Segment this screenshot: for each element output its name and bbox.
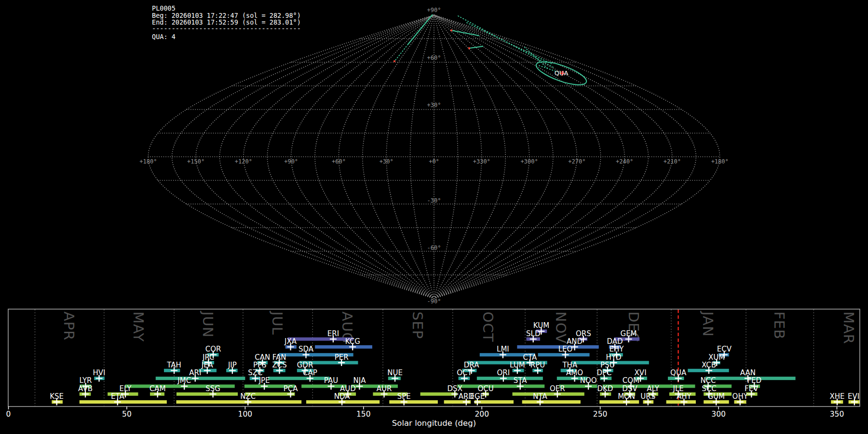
shower-label: ETA <box>111 392 124 401</box>
shower-label: FAN <box>272 353 286 362</box>
month-label: JAN <box>700 311 716 337</box>
x-tick-label: 300 <box>711 410 726 419</box>
shower-bar <box>599 400 639 404</box>
shower-label: STA <box>514 376 528 385</box>
month-label: MAY <box>130 312 147 342</box>
shower-label: KCG <box>345 337 360 346</box>
shower-label: OHY <box>732 392 748 401</box>
x-tick-label: 200 <box>475 410 489 419</box>
meteor-radiant-figure: +180°+150°+120°+90°+60°+30°+0°+330°+300°… <box>0 0 868 434</box>
shower-bar <box>315 345 372 349</box>
map-longitude-label: +300° <box>521 158 538 165</box>
shower-label: MON <box>618 392 635 401</box>
shower-label: ALY <box>647 384 660 393</box>
shower-label: CAN <box>255 353 270 362</box>
shower-label: JEA <box>201 361 214 369</box>
shower-label: DSV <box>622 384 637 393</box>
shower-label: AND <box>567 337 583 346</box>
shower-label: SDA <box>298 345 314 353</box>
shower-label: COM <box>623 376 639 385</box>
shower-label: XVI <box>635 368 647 377</box>
shower-label: AUD <box>340 384 356 393</box>
shower-bar <box>389 400 438 404</box>
shower-label: DAD <box>607 337 623 346</box>
shower-label: AVB <box>78 384 93 393</box>
shower-label: TAH <box>166 361 181 369</box>
shower-label: HYD <box>606 353 622 362</box>
shower-label: ZCS <box>272 361 286 369</box>
month-label: SEP <box>409 312 426 339</box>
radiant-label: QUA <box>555 69 569 77</box>
shower-label: JRC <box>202 353 215 362</box>
shower-label: EVI <box>848 392 859 401</box>
shower-label: CAP <box>303 368 317 377</box>
shower-label: DPC <box>597 368 611 377</box>
shower-label: AUR <box>377 384 392 393</box>
trail-endpoint <box>468 47 470 49</box>
shower-label: QUA <box>670 368 687 377</box>
trail-endpoint <box>450 29 452 31</box>
map-longitude-label: +150° <box>187 158 204 165</box>
meteor-trail <box>469 46 483 48</box>
plate-id: PL0005 <box>152 4 176 12</box>
map-longitude-label: +60° <box>332 158 346 165</box>
shower-label: SSG <box>205 384 220 393</box>
shower-label: OCT <box>457 368 472 377</box>
shower-label: PER <box>335 353 349 362</box>
shower-label: AMO <box>566 368 583 377</box>
shower-bar <box>176 393 238 396</box>
month-label: MAR <box>841 312 857 344</box>
shower-label: JXA <box>284 337 297 346</box>
map-longitude-label: +180° <box>139 158 157 165</box>
map-longitude-label: +30° <box>380 158 393 165</box>
shower-label: LEO <box>558 345 573 353</box>
map-latitude-label: +90° <box>427 7 441 14</box>
shower-label: SCC <box>702 384 716 393</box>
meteor-trail-dotted <box>395 44 408 61</box>
shower-label: JLE <box>672 384 683 393</box>
shower-label: OER <box>550 384 565 393</box>
month-label: JUN <box>200 311 216 338</box>
shower-label: NZC <box>240 392 256 401</box>
shower-label: ORS <box>576 329 591 338</box>
shower-label: RPU <box>530 361 545 369</box>
x-tick-label: 350 <box>830 410 844 419</box>
shower-label: CAM <box>149 384 166 393</box>
meteor-trail-dotted <box>467 23 551 64</box>
shower-label: JMC <box>177 376 191 385</box>
shower-label: NTA <box>533 392 547 401</box>
shower-label: URS <box>640 392 655 401</box>
shower-label: NCC <box>700 376 716 385</box>
shower-label: KSE <box>50 392 64 401</box>
shower-label: NDA <box>334 392 351 401</box>
shower-label: PCA <box>284 384 298 393</box>
map-latitude-label: -60° <box>427 244 441 251</box>
map-longitude-label: +0° <box>429 158 439 165</box>
shower-label: AHY <box>677 392 692 401</box>
map-latitude-label: +60° <box>427 54 441 61</box>
shower-bar <box>288 338 353 341</box>
map-longitude-label: +270° <box>568 158 585 165</box>
shower-label: LYR <box>80 376 92 385</box>
figure-canvas: +180°+150°+120°+90°+60°+30°+0°+330°+300°… <box>0 0 868 434</box>
shower-label: DKD <box>597 384 613 393</box>
shower-bar <box>513 393 584 396</box>
map-longitude-label: +330° <box>473 158 490 165</box>
meteor-trail-dotted <box>458 16 554 68</box>
map-latitude-label: -90° <box>427 298 441 305</box>
x-tick-label: 100 <box>238 410 253 419</box>
shower-label: PPS <box>253 361 267 369</box>
shower-count: QUA: 4 <box>152 33 176 41</box>
shower-label: CTA <box>523 353 537 362</box>
shower-label: JPE <box>258 376 270 385</box>
shower-label: ELY <box>119 384 132 393</box>
map-longitude-label: +180° <box>711 158 729 165</box>
shower-label: JIP <box>228 361 237 369</box>
x-tick-label: 250 <box>593 410 608 419</box>
shower-label: ORI <box>497 368 510 377</box>
shower-bar <box>80 400 167 404</box>
shower-bar <box>268 377 329 380</box>
shower-label: HVI <box>93 368 106 377</box>
x-tick-label: 50 <box>122 410 132 419</box>
shower-label: FED <box>747 376 761 385</box>
